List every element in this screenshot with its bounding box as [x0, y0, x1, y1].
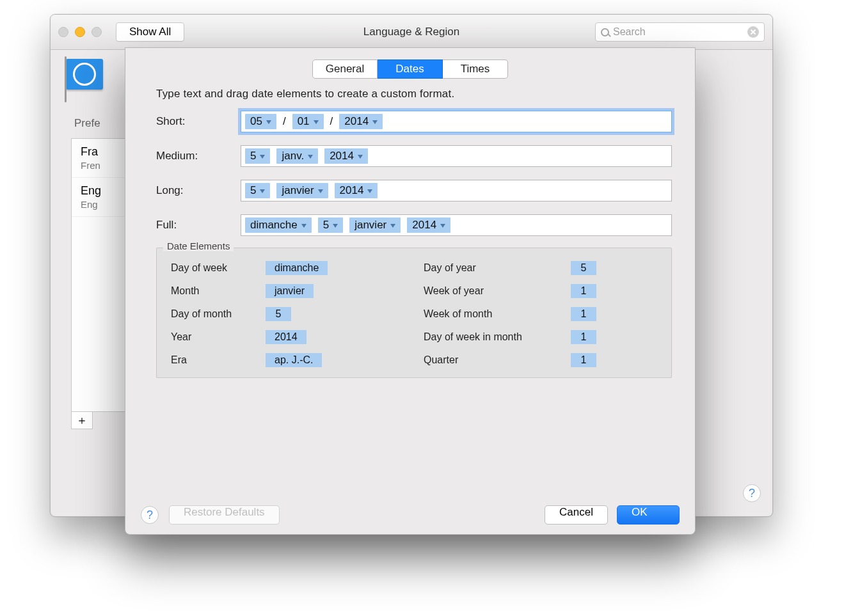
element-day-of-year: Day of year 5 [424, 261, 657, 275]
window-controls [58, 27, 102, 37]
clear-search-icon[interactable] [747, 26, 759, 38]
element-day-of-month: Day of month 5 [171, 307, 404, 321]
format-label: Full: [156, 219, 241, 232]
date-elements-grid: Day of week dimanche Day of year 5 Month… [171, 261, 657, 367]
element-chip[interactable]: 5 [266, 307, 291, 321]
advanced-format-sheet: General Dates Times Type text and drag d… [125, 47, 696, 535]
date-token-year[interactable]: 2014 [339, 114, 383, 129]
element-chip[interactable]: ap. J.-C. [266, 353, 322, 367]
format-row-full: Full: dimanche 5 janvier 2014 [156, 213, 672, 237]
date-token-day[interactable]: 5 [245, 183, 270, 198]
chevron-down-icon [314, 120, 319, 124]
full-date-field[interactable]: dimanche 5 janvier 2014 [241, 214, 672, 236]
element-week-of-month: Week of month 1 [424, 307, 657, 321]
tab-dates[interactable]: Dates [378, 59, 443, 79]
close-window-icon[interactable] [58, 27, 68, 37]
element-chip[interactable]: janvier [266, 284, 314, 298]
element-chip[interactable]: 2014 [266, 330, 307, 344]
ok-button[interactable]: OK [617, 505, 680, 525]
medium-date-field[interactable]: 5 janv. 2014 [241, 145, 672, 167]
element-chip[interactable]: 1 [571, 353, 596, 367]
chevron-down-icon [301, 224, 307, 228]
cancel-button[interactable]: Cancel [545, 505, 608, 525]
show-all-label: Show All [129, 26, 171, 38]
format-label: Short: [156, 115, 241, 128]
instruction-label: Type text and drag date elements to crea… [156, 88, 664, 100]
un-flag-icon [66, 59, 103, 90]
plus-icon: ＋ [76, 413, 88, 428]
chevron-down-icon [367, 189, 372, 193]
date-token-month[interactable]: janvier [349, 217, 401, 233]
zoom-window-icon[interactable] [92, 27, 102, 37]
chevron-down-icon [333, 224, 338, 228]
restore-defaults-button[interactable]: Restore Defaults [169, 505, 280, 525]
chevron-down-icon [372, 120, 378, 124]
tab-general[interactable]: General [312, 59, 378, 79]
format-label: Long: [156, 184, 241, 197]
short-date-field[interactable]: 05 / 01 / 2014 [241, 111, 672, 132]
separator: / [330, 115, 333, 128]
format-label: Medium: [156, 150, 241, 162]
element-chip[interactable]: 1 [571, 330, 596, 344]
titlebar: Show All Language & Region Search [51, 15, 772, 50]
sheet-footer: ? Restore Defaults Cancel OK [125, 496, 695, 534]
chevron-down-icon [318, 189, 323, 193]
date-token-month[interactable]: janvier [276, 183, 328, 198]
element-day-of-week-in-month: Day of week in month 1 [424, 330, 657, 344]
minimize-window-icon[interactable] [75, 27, 85, 37]
format-rows: Short: 05 / 01 / 2014 Medium: 5 janv. 20… [156, 109, 672, 237]
element-day-of-week: Day of week dimanche [171, 261, 404, 275]
search-icon [601, 28, 609, 36]
element-week-of-year: Week of year 1 [424, 284, 657, 298]
tab-times[interactable]: Times [443, 59, 508, 79]
element-year: Year 2014 [171, 330, 404, 344]
format-row-medium: Medium: 5 janv. 2014 [156, 144, 672, 168]
date-token-month[interactable]: janv. [276, 148, 318, 164]
help-button[interactable]: ? [141, 506, 159, 524]
format-row-long: Long: 5 janvier 2014 [156, 178, 672, 203]
date-token-day[interactable]: 5 [245, 148, 270, 164]
chevron-down-icon [266, 120, 271, 124]
chevron-down-icon [308, 155, 313, 159]
element-chip[interactable]: 1 [571, 307, 596, 321]
date-token-weekday[interactable]: dimanche [245, 217, 312, 233]
format-tabs: General Dates Times [134, 59, 686, 79]
chevron-down-icon [260, 189, 265, 193]
element-chip[interactable]: 5 [571, 261, 596, 275]
show-all-button[interactable]: Show All [116, 22, 184, 42]
date-elements-title: Date Elements [163, 241, 234, 251]
date-token-year[interactable]: 2014 [324, 148, 368, 164]
date-token-day[interactable]: 01 [292, 114, 324, 129]
date-token-month[interactable]: 05 [245, 114, 276, 129]
help-button[interactable]: ? [743, 484, 761, 502]
chevron-down-icon [390, 224, 395, 228]
chevron-down-icon [260, 155, 265, 159]
chevron-down-icon [440, 224, 445, 228]
preferred-languages-label: Prefe [74, 117, 100, 130]
date-token-year[interactable]: 2014 [407, 217, 450, 233]
element-quarter: Quarter 1 [424, 353, 657, 367]
date-token-day[interactable]: 5 [318, 217, 343, 233]
chevron-down-icon [358, 155, 363, 159]
add-language-button[interactable]: ＋ [71, 411, 93, 429]
element-era: Era ap. J.-C. [171, 353, 404, 367]
search-input[interactable]: Search [595, 22, 765, 42]
element-chip[interactable]: dimanche [266, 261, 328, 275]
element-chip[interactable]: 1 [571, 284, 596, 298]
search-placeholder: Search [613, 26, 646, 38]
format-row-short: Short: 05 / 01 / 2014 [156, 109, 672, 134]
element-month: Month janvier [171, 284, 404, 298]
separator: / [283, 115, 286, 128]
long-date-field[interactable]: 5 janvier 2014 [241, 180, 672, 201]
date-token-year[interactable]: 2014 [335, 183, 378, 198]
date-elements-group: Date Elements Day of week dimanche Day o… [156, 248, 672, 378]
